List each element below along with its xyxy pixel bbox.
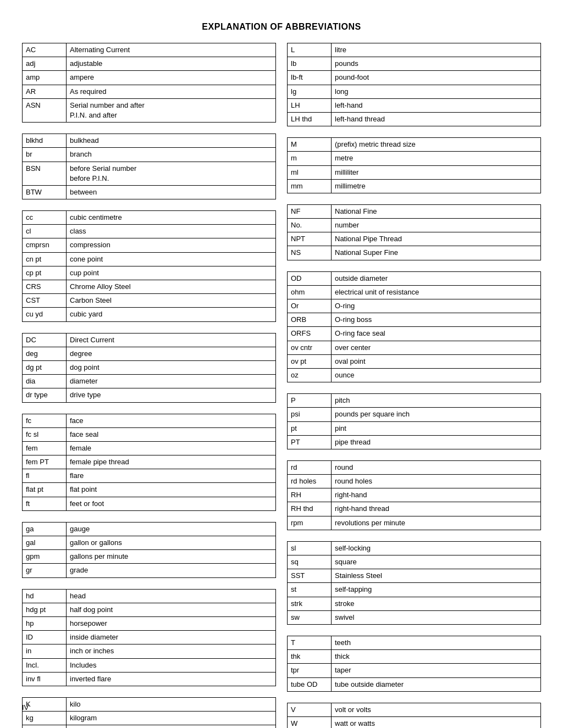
- def-cell: O-ring: [332, 299, 541, 313]
- abbr-cell: dg pt: [23, 360, 67, 374]
- abbr-cell: cc: [23, 211, 67, 225]
- table-row: ACAlternating Current: [23, 43, 276, 57]
- abbr-cell: CST: [23, 294, 67, 308]
- def-cell: volt or volts: [332, 703, 541, 716]
- section-gap: [287, 388, 541, 393]
- abbr-cell: PT: [288, 435, 332, 449]
- abbr-cell: V: [288, 703, 332, 716]
- table-row: RH thdright-hand thread: [288, 502, 541, 516]
- def-cell: right-hand: [332, 488, 541, 502]
- abbr-cell: st: [288, 583, 332, 597]
- abbr-cell: fc: [23, 414, 67, 427]
- table-row: BSNbefore Serial numberbefore P.I.N.: [23, 162, 276, 185]
- table-row: galgallon or gallons: [23, 536, 276, 550]
- abbr-cell: cmprsn: [23, 238, 67, 252]
- table-row: RHright-hand: [288, 488, 541, 502]
- def-cell: gallons per minute: [67, 550, 276, 564]
- section-gap: [287, 132, 541, 137]
- abbr-cell: rd holes: [288, 475, 332, 488]
- def-cell: self-locking: [332, 541, 541, 555]
- def-cell: face: [67, 414, 276, 427]
- table-section-right-col-2: NFNational FineNo.numberNPTNational Pipe…: [287, 204, 541, 260]
- table-row: ptpint: [288, 421, 541, 435]
- def-cell: dog point: [67, 360, 276, 374]
- table-row: ov ptoval point: [288, 354, 541, 368]
- abbr-cell: hdg pt: [23, 603, 67, 616]
- abbr-cell: lg: [288, 85, 332, 98]
- def-cell: millimetre: [332, 179, 541, 193]
- def-cell: square: [332, 555, 541, 569]
- table-section-left-col-2: cccubic centimetreclclasscmprsncompressi…: [22, 210, 276, 322]
- table-row: hdg pthalf dog point: [23, 603, 276, 616]
- def-cell: Includes: [67, 658, 276, 672]
- def-cell: between: [67, 185, 276, 199]
- abbr-cell: ov cntr: [288, 341, 332, 354]
- table-row: Vvolt or volts: [288, 703, 541, 716]
- table-row: fcface: [23, 414, 276, 427]
- def-cell: gauge: [67, 522, 276, 536]
- table-section-left-col-7: Kkilokgkilogramkm/hkilometers per hour: [22, 697, 276, 728]
- table-row: brbranch: [23, 148, 276, 162]
- abbr-cell: ga: [23, 522, 67, 536]
- table-row: Tteeth: [288, 636, 541, 649]
- table-row: stself-tapping: [288, 583, 541, 597]
- def-cell: taper: [332, 664, 541, 677]
- table-row: gagauge: [23, 522, 276, 536]
- table-row: ampampere: [23, 71, 276, 85]
- table-section-left-col-1: blkhdbulkheadbrbranchBSNbefore Serial nu…: [22, 134, 276, 199]
- table-row: hphorsepower: [23, 616, 276, 630]
- def-cell: ampere: [67, 71, 276, 85]
- section-gap: [22, 327, 276, 333]
- table-row: Kkilo: [23, 697, 276, 711]
- def-cell: litre: [332, 43, 541, 57]
- abbr-cell: NF: [288, 204, 332, 218]
- def-cell: teeth: [332, 636, 541, 649]
- abbr-cell: mm: [288, 179, 332, 193]
- abbr-cell: adj: [23, 57, 67, 71]
- def-cell: pipe thread: [332, 435, 541, 449]
- def-cell: As required: [67, 85, 276, 98]
- abbr-cell: sw: [288, 610, 332, 624]
- table-row: LHleft-hand: [288, 98, 541, 112]
- def-cell: left-hand thread: [332, 112, 541, 126]
- def-cell: face seal: [67, 427, 276, 441]
- abbr-cell: ml: [288, 165, 332, 179]
- section-gap: [287, 266, 541, 271]
- table-row: mmetre: [288, 152, 541, 165]
- table-row: OrO-ring: [288, 299, 541, 313]
- table-row: ODoutside diameter: [288, 271, 541, 285]
- def-cell: O-ring face seal: [332, 327, 541, 341]
- def-cell: pitch: [332, 394, 541, 408]
- table-row: blkhdbulkhead: [23, 134, 276, 148]
- table-row: mlmilliliter: [288, 165, 541, 179]
- table-row: LH thdleft-hand thread: [288, 112, 541, 126]
- table-row: cn ptcone point: [23, 252, 276, 266]
- abbr-cell: ORB: [288, 313, 332, 327]
- table-section-right-col-4: Ppitchpsipounds per square inchptpintPTp…: [287, 393, 541, 449]
- def-cell: inverted flare: [67, 672, 276, 686]
- section-gap: [22, 128, 276, 134]
- right-column: Llitrelbpoundslb-ftpound-footlglongLHlef…: [287, 43, 541, 728]
- table-section-left-col-3: DCDirect Currentdegdegreedg ptdog pointd…: [22, 333, 276, 403]
- def-cell: tube outside diameter: [332, 677, 541, 691]
- section-gap: [22, 408, 276, 414]
- def-cell: kilogram: [67, 712, 276, 725]
- table-row: adjadjustable: [23, 57, 276, 71]
- abbr-cell: gr: [23, 564, 67, 577]
- def-cell: Serial number and afterP.I.N. and after: [67, 98, 276, 122]
- table-row: ORFSO-ring face seal: [288, 327, 541, 341]
- page-title: EXPLANATION OF ABBREVIATIONS: [22, 22, 541, 32]
- def-cell: head: [67, 589, 276, 603]
- abbr-cell: lb: [288, 57, 332, 71]
- table-row: Llitre: [288, 43, 541, 57]
- abbr-cell: CRS: [23, 280, 67, 294]
- def-cell: outside diameter: [332, 271, 541, 285]
- abbr-cell: DC: [23, 333, 67, 347]
- abbr-cell: M: [288, 138, 332, 152]
- table-row: diadiameter: [23, 375, 276, 388]
- def-cell: degree: [67, 347, 276, 360]
- table-section-right-col-1: M(prefix) metric thread sizemmetremlmill…: [287, 137, 541, 193]
- def-cell: kilo: [67, 697, 276, 711]
- abbr-cell: dia: [23, 375, 67, 388]
- def-cell: grade: [67, 564, 276, 577]
